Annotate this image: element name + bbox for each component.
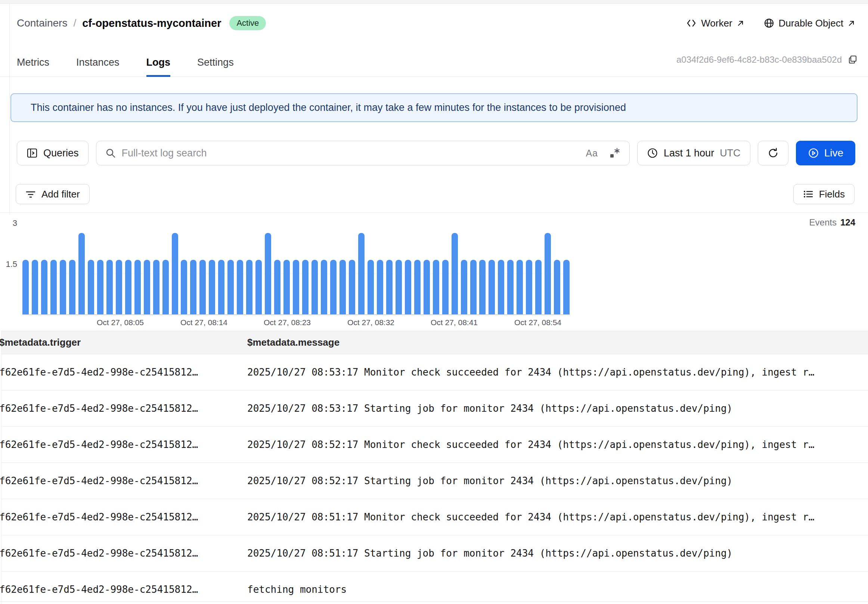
globe-icon [764, 18, 774, 28]
breadcrumb-containers-link[interactable]: Containers [17, 17, 67, 29]
chart-bar[interactable] [50, 260, 57, 314]
chart-bar[interactable] [60, 260, 66, 314]
chart-bar[interactable] [488, 260, 495, 314]
table-row[interactable]: f62e61fe-e7d5-4ed2-998e-c25415812… 2025/… [2, 391, 868, 427]
chart-bar[interactable] [116, 260, 122, 314]
chart-bar[interactable] [423, 260, 430, 314]
chart-bar[interactable] [172, 233, 178, 314]
chart-bar[interactable] [367, 260, 374, 314]
copy-icon[interactable] [848, 55, 857, 65]
chart-bar[interactable] [442, 260, 449, 314]
table-header: $metadata.trigger $metadata.message [2, 331, 868, 354]
tab-settings[interactable]: Settings [197, 57, 234, 77]
chart-bar[interactable] [209, 260, 215, 314]
chart-bar[interactable] [22, 260, 29, 314]
table-row[interactable]: f62e61fe-e7d5-4ed2-998e-c25415812… 2025/… [2, 499, 868, 535]
chart-bar[interactable] [395, 260, 402, 314]
durable-object-link[interactable]: Durable Object [764, 17, 855, 29]
log-toolbar: Queries Aa Last 1 hour UTC [17, 141, 855, 165]
search-input[interactable] [122, 147, 580, 159]
chart-bar[interactable] [339, 260, 346, 314]
chart-bar[interactable] [470, 260, 477, 314]
status-badge: Active [229, 16, 266, 30]
column-header-message[interactable]: $metadata.message [247, 337, 868, 348]
fields-button[interactable]: Fields [793, 184, 854, 204]
case-sensitive-toggle[interactable]: Aa [586, 148, 598, 159]
chart-bar[interactable] [41, 260, 47, 314]
chart-bar[interactable] [461, 260, 467, 314]
chart-bar[interactable] [302, 260, 308, 314]
x-axis-tick: Oct 27, 08:32 [347, 318, 394, 327]
chart-bar[interactable] [563, 260, 570, 314]
chart-bar[interactable] [218, 260, 225, 314]
chart-bar[interactable] [88, 260, 94, 314]
chart-bar[interactable] [265, 233, 271, 314]
chart-bar[interactable] [312, 260, 318, 314]
chart-bar[interactable] [414, 260, 420, 314]
wildcard-toggle-icon[interactable] [609, 147, 620, 159]
tab-metrics[interactable]: Metrics [17, 57, 49, 77]
chart-bar[interactable] [321, 260, 327, 314]
add-filter-button[interactable]: Add filter [16, 184, 90, 204]
x-axis-tick: Oct 27, 08:05 [97, 318, 144, 327]
chart-bar[interactable] [479, 260, 485, 314]
cell-message: 2025/10/27 08:51:17 Starting job for mon… [247, 548, 868, 559]
refresh-button[interactable] [758, 141, 789, 165]
chart-bar[interactable] [190, 260, 197, 314]
page-title: cf-openstatus-mycontainer [82, 17, 221, 29]
chart-bar[interactable] [78, 233, 85, 314]
chart-bar[interactable] [97, 260, 104, 314]
chart-bar[interactable] [256, 260, 262, 314]
chart-bar[interactable] [554, 260, 560, 314]
chart-bar[interactable] [516, 260, 523, 314]
chart-bar[interactable] [125, 260, 132, 314]
events-histogram: 3 1.5 [22, 232, 570, 315]
chart-bar[interactable] [181, 260, 187, 314]
time-range-button[interactable]: Last 1 hour UTC [637, 141, 750, 165]
chart-bar[interactable] [330, 260, 336, 314]
chart-bar[interactable] [32, 260, 38, 314]
cell-message: fetching monitors [247, 584, 868, 595]
chart-bar[interactable] [246, 260, 253, 314]
chart-bar[interactable] [405, 260, 411, 314]
chart-bar[interactable] [107, 260, 113, 314]
queries-button[interactable]: Queries [17, 141, 88, 165]
chart-bar[interactable] [153, 260, 160, 314]
chart-bar[interactable] [433, 260, 439, 314]
live-button[interactable]: Live [796, 141, 855, 165]
column-header-trigger[interactable]: $metadata.trigger [0, 337, 247, 348]
chart-bar[interactable] [237, 260, 243, 314]
chart-bar[interactable] [535, 260, 542, 314]
table-row[interactable]: f62e61fe-e7d5-4ed2-998e-c25415812… 2025/… [2, 354, 868, 391]
chart-bar[interactable] [386, 260, 392, 314]
table-row[interactable]: f62e61fe-e7d5-4ed2-998e-c25415812… 2025/… [2, 427, 868, 463]
chart-bar[interactable] [451, 233, 458, 314]
chart-bar[interactable] [293, 260, 299, 314]
cell-trigger: f62e61fe-e7d5-4ed2-998e-c25415812… [0, 403, 247, 414]
cell-message: 2025/10/27 08:52:17 Monitor check succee… [247, 439, 868, 450]
chart-bar[interactable] [163, 260, 169, 314]
chart-bar[interactable] [274, 260, 281, 314]
table-row[interactable]: f62e61fe-e7d5-4ed2-998e-c25415812… 2025/… [2, 535, 868, 572]
chart-bar[interactable] [228, 260, 234, 314]
chart-bar[interactable] [498, 260, 504, 314]
cell-trigger: f62e61fe-e7d5-4ed2-998e-c25415812… [0, 366, 247, 378]
chart-bar[interactable] [507, 260, 513, 314]
chart-bar[interactable] [377, 260, 383, 314]
table-row[interactable]: f62e61fe-e7d5-4ed2-998e-c25415812… fetch… [2, 572, 868, 604]
table-row[interactable]: f62e61fe-e7d5-4ed2-998e-c25415812… 2025/… [2, 463, 868, 499]
worker-link[interactable]: Worker [686, 17, 744, 29]
chart-bar[interactable] [200, 260, 206, 314]
tab-instances[interactable]: Instances [76, 57, 119, 77]
chart-bar[interactable] [358, 233, 364, 314]
tab-logs[interactable]: Logs [146, 57, 170, 77]
chart-bar[interactable] [544, 233, 551, 314]
log-search[interactable]: Aa [96, 141, 630, 165]
chart-bar[interactable] [349, 260, 355, 314]
chart-bar[interactable] [526, 260, 532, 314]
chart-bar[interactable] [284, 260, 290, 314]
list-icon [803, 189, 814, 199]
chart-bar[interactable] [144, 260, 150, 314]
chart-bar[interactable] [69, 260, 76, 314]
chart-bar[interactable] [135, 260, 141, 314]
